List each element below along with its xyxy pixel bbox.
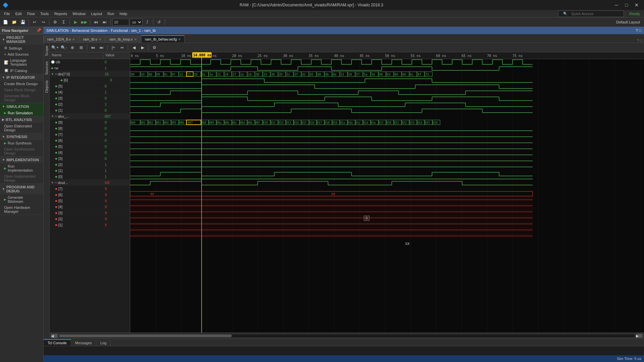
menu-tools[interactable]: Tools bbox=[38, 11, 52, 16]
tab-ram1024[interactable]: ram_1024_8.v ✕ bbox=[44, 36, 78, 43]
scope-tab[interactable]: Scope bbox=[44, 43, 49, 59]
expand-icon[interactable]: ▼ bbox=[51, 115, 54, 118]
prev-transition-button[interactable]: ⏮ bbox=[89, 44, 97, 51]
signal-din5[interactable]: ◆[5] 0 bbox=[50, 83, 130, 89]
signal-din6[interactable]: ◆[6] 0 bbox=[50, 77, 130, 83]
tab-close-icon[interactable]: ✕ bbox=[134, 38, 137, 41]
zoom-select-button[interactable]: ⊞ bbox=[77, 44, 85, 51]
signal-dout5[interactable]: ◆[5] X bbox=[50, 198, 130, 204]
scroll-right-button[interactable]: ▶ bbox=[636, 334, 643, 338]
step-back-button[interactable]: ⏮ bbox=[92, 18, 100, 26]
settings-button[interactable]: ⚙ bbox=[51, 18, 59, 26]
minimize-button[interactable]: ─ bbox=[612, 1, 621, 9]
zoom-in-button[interactable]: 🔍+ bbox=[51, 44, 59, 51]
sim-time-unit-select[interactable]: usnsps bbox=[130, 19, 143, 25]
signal-abu3[interactable]: ◆[3] 0 bbox=[50, 156, 130, 162]
nav-create-block[interactable]: Create Block Design bbox=[0, 81, 43, 87]
nav-section-simulation-header[interactable]: ▼ SIMULATION bbox=[0, 103, 43, 110]
zoom-out-button[interactable]: 🔍- bbox=[60, 44, 68, 51]
wave-settings-button[interactable]: ⚙ bbox=[150, 44, 158, 51]
tab-wcfg[interactable]: ram_tb_behav.wcfg ✕ bbox=[141, 35, 184, 43]
nav-run-implementation[interactable]: ▶ Run Implementation bbox=[0, 163, 43, 173]
menu-window[interactable]: Window bbox=[70, 11, 88, 16]
step-fwd-button[interactable]: ⏭ bbox=[101, 18, 109, 26]
tab-ramtbloop[interactable]: ram_tb_loop.v ✕ bbox=[106, 36, 141, 43]
waveform-right-button[interactable]: ▶ bbox=[139, 44, 147, 51]
nav-add-sources[interactable]: + Add Sources bbox=[0, 51, 43, 57]
signal-abu4[interactable]: ◆[4] 0 bbox=[50, 149, 130, 156]
nav-generate-block[interactable]: Generate Block Design bbox=[0, 93, 43, 103]
signal-abu2[interactable]: ◆[2] 1 bbox=[50, 162, 130, 168]
horizontal-scrollbar[interactable]: ◀ ▶ bbox=[50, 333, 644, 339]
zoom-fit-button[interactable]: ⊕ bbox=[68, 44, 76, 51]
run-button[interactable]: ▶ bbox=[71, 18, 79, 26]
menu-run[interactable]: Run bbox=[105, 11, 117, 16]
signal-dout4[interactable]: ◆[4] X bbox=[50, 204, 130, 210]
help-icon[interactable]: ? bbox=[637, 39, 639, 43]
nav-open-hardware[interactable]: Open Hardware Manager bbox=[0, 204, 43, 215]
signal-abu-group[interactable]: ▼≡abu_... 007 bbox=[50, 113, 130, 119]
nav-section-project-header[interactable]: ▼ PROJECT MANAGER bbox=[0, 34, 43, 45]
menu-flow[interactable]: Flow bbox=[24, 11, 38, 16]
nav-open-block[interactable]: Open Block Design bbox=[0, 87, 43, 93]
menu-layout[interactable]: Layout bbox=[88, 11, 105, 16]
messages-tab[interactable]: Messages bbox=[71, 340, 96, 346]
signal-rw[interactable]: ◆rw 1 bbox=[50, 65, 130, 71]
nav-section-synthesis-header[interactable]: ▼ SYNTHESIS bbox=[0, 133, 43, 140]
nav-section-ip-header[interactable]: ▼ IP INTEGRATOR bbox=[0, 74, 43, 81]
signal-dout7[interactable]: ◆[7] X bbox=[50, 186, 130, 192]
maximize-button[interactable]: □ bbox=[622, 1, 631, 9]
nav-open-synthesis[interactable]: Open Synthesized Design bbox=[0, 146, 43, 156]
sim-maximize-icon[interactable]: □ bbox=[639, 28, 641, 33]
menu-file[interactable]: File bbox=[1, 11, 13, 16]
objects-tab[interactable]: Objects bbox=[44, 78, 49, 96]
maximize-icon[interactable]: □ bbox=[640, 39, 643, 43]
sim-help-icon[interactable]: ? bbox=[636, 28, 638, 33]
signal-dout2[interactable]: ◆[2] X bbox=[50, 216, 130, 222]
signal-dout3[interactable]: ◆[3] X bbox=[50, 210, 130, 216]
sim-time-input[interactable] bbox=[112, 19, 129, 25]
nav-generate-bitstream[interactable]: ▶ Generate Bitstream bbox=[0, 194, 43, 204]
signal-abu5[interactable]: ◆[5] 0 bbox=[50, 143, 130, 149]
undo-button[interactable]: ↩ bbox=[31, 18, 39, 26]
scroll-left-button[interactable]: ◀ bbox=[51, 334, 58, 338]
menu-help[interactable]: Help bbox=[117, 11, 130, 16]
quick-access-input[interactable] bbox=[571, 12, 622, 16]
signal-abu0[interactable]: ◆[0] 1 bbox=[50, 174, 130, 180]
menu-edit[interactable]: Edit bbox=[13, 11, 24, 16]
signal-din-group[interactable]: ▼≡din[7:0] 15 bbox=[50, 71, 130, 77]
signal-din2[interactable]: ◆[2] 1 bbox=[50, 101, 130, 107]
menu-reports[interactable]: Reports bbox=[52, 11, 70, 16]
sources-tab[interactable]: Sources bbox=[44, 59, 49, 77]
signal-abu6[interactable]: ◆[6] 0 bbox=[50, 137, 130, 143]
signal-abu7[interactable]: ◆[7] 0 bbox=[50, 131, 130, 137]
tab-close-icon[interactable]: ✕ bbox=[72, 38, 75, 41]
expand-icon[interactable]: ▼ bbox=[51, 72, 54, 76]
swap-cursor-button[interactable]: ⇔ bbox=[118, 44, 126, 51]
waveform-display[interactable]: 0 ns 5 ns 10 ns 15 ns 20 ns 25 ns 30 ns … bbox=[130, 52, 644, 333]
signal-abu9[interactable]: ◆[9] 0 bbox=[50, 119, 130, 125]
tab-close-icon[interactable]: ✕ bbox=[99, 38, 101, 41]
signal-dout6[interactable]: ◆[6] X bbox=[50, 192, 130, 198]
nav-open-elaborated[interactable]: Open Elaborated Design bbox=[0, 123, 43, 133]
signal-din1[interactable]: ◆[1] 0 bbox=[50, 107, 130, 113]
nav-ip-catalog[interactable]: 🔲 IP Catalog bbox=[0, 67, 43, 74]
nav-section-rtl-header[interactable]: ▶ RTL ANALYSIS bbox=[0, 116, 43, 123]
nav-settings[interactable]: ⚙ Settings bbox=[0, 45, 43, 51]
nav-open-implementation[interactable]: Open Implemented Design bbox=[0, 173, 43, 183]
scrollbar-thumb[interactable] bbox=[59, 335, 232, 337]
signal-din3[interactable]: ◆[3] 0 bbox=[50, 95, 130, 101]
restart-button[interactable]: ↺ bbox=[155, 18, 163, 26]
tab-ramtb[interactable]: ram_tb.v ✕ bbox=[79, 36, 105, 43]
run-time-button[interactable]: ⤴ bbox=[143, 18, 151, 26]
tab-close-icon[interactable]: ✕ bbox=[178, 38, 181, 41]
signal-clk[interactable]: 🕐clk 0 bbox=[50, 59, 130, 65]
nav-section-program-header[interactable]: ▼ PROGRAM AND DEBUG bbox=[0, 184, 43, 194]
add-marker-button[interactable]: |+ bbox=[109, 44, 117, 51]
signal-din4[interactable]: ◆[4] 1 bbox=[50, 89, 130, 95]
waveform-left-button[interactable]: ◀ bbox=[130, 44, 138, 51]
signal-abu1[interactable]: ◆[1] 1 bbox=[50, 168, 130, 174]
next-transition-button[interactable]: ⏭ bbox=[98, 44, 106, 51]
signal-abu8[interactable]: ◆[8] 0 bbox=[50, 125, 130, 131]
scrollbar-track[interactable] bbox=[59, 335, 635, 337]
